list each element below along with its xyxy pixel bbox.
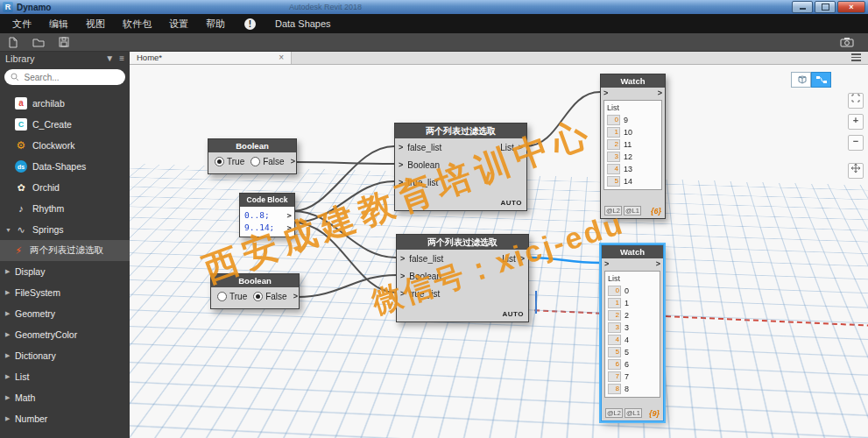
search-input[interactable] [23, 72, 119, 83]
output-port[interactable]: > [519, 144, 523, 152]
zoom-in-button[interactable]: + [848, 114, 864, 130]
collapse-arrow-icon[interactable]: ▶ [5, 331, 15, 338]
library-item-geometrycolor[interactable]: ▶ GeometryColor [0, 324, 130, 345]
geometry-view-button[interactable] [791, 72, 811, 88]
wire[interactable] [293, 181, 394, 223]
minimize-button[interactable] [792, 1, 813, 13]
menu-help[interactable]: 帮助 [197, 18, 234, 31]
tabbar-menu-icon[interactable] [851, 53, 861, 61]
wire[interactable] [293, 223, 396, 293]
input-port[interactable]: > [399, 179, 403, 187]
output-port[interactable]: > [520, 255, 525, 263]
input-port[interactable]: > [399, 161, 403, 169]
filter-node-top[interactable]: 两个列表过滤选取 >false_list >Boolean >true_list… [394, 123, 527, 211]
input-true-list[interactable]: >true_list [395, 173, 526, 191]
library-item-clockwork[interactable]: ⚙ Clockwork [0, 135, 130, 156]
library-item-number[interactable]: ▶ Number [0, 408, 130, 429]
input-boolean[interactable]: >Boolean [395, 156, 526, 173]
library-item-filter-node[interactable]: ⚡ 两个列表过滤选取 [0, 240, 130, 261]
filter-node-bottom[interactable]: 两个列表过滤选取 >false_list >Boolean >true_list… [396, 234, 529, 322]
boolean-node-bottom[interactable]: Boolean True False > [210, 273, 300, 309]
menu-edit[interactable]: 编辑 [40, 18, 77, 31]
lacing-indicator[interactable]: AUTO [502, 310, 524, 318]
boolean-node-top[interactable]: Boolean True False > [208, 138, 297, 174]
open-file-icon[interactable] [32, 37, 45, 47]
collapse-arrow-icon[interactable]: ▶ [5, 394, 15, 401]
node-title[interactable]: Watch [601, 74, 665, 88]
close-button[interactable]: × [837, 1, 865, 13]
menu-settings[interactable]: 设置 [160, 18, 197, 31]
output-port[interactable]: > [293, 293, 298, 300]
node-title[interactable]: Watch [602, 245, 663, 258]
node-title[interactable]: Boolean [208, 139, 296, 152]
watch-node-top[interactable]: Watch > > List 09 110 211 312 413 514 @L… [600, 74, 666, 219]
notifications-icon[interactable]: ! [244, 18, 256, 30]
collapse-arrow-icon[interactable]: ▶ [5, 289, 15, 296]
node-title[interactable]: Boolean [211, 274, 299, 287]
input-port[interactable]: > [400, 255, 405, 263]
library-filter-icon[interactable]: ▼ [105, 54, 114, 63]
wire[interactable] [293, 211, 396, 258]
output-list[interactable]: List> [502, 254, 525, 264]
input-boolean[interactable]: >Boolean [397, 267, 528, 285]
output-port[interactable]: > [658, 89, 662, 97]
radio-false[interactable]: False [253, 292, 286, 301]
collapse-arrow-icon[interactable]: ▶ [5, 352, 15, 359]
library-item-geometry[interactable]: ▶ Geometry [0, 303, 130, 324]
library-item-filesystem[interactable]: ▶ FileSystem [0, 282, 130, 303]
output-port[interactable]: > [291, 158, 295, 166]
collapse-arrow-icon[interactable]: ▶ [5, 415, 15, 422]
collapse-arrow-icon[interactable]: ▶ [5, 310, 15, 317]
graph-canvas[interactable]: Boolean True False > Code Block 0..8;> 9… [130, 65, 868, 438]
library-item-archilab[interactable]: a archilab [0, 93, 130, 114]
library-item-dictionary[interactable]: ▶ Dictionary [0, 345, 130, 366]
maximize-button[interactable] [815, 1, 836, 13]
collapse-arrow-icon[interactable]: ▶ [5, 268, 15, 275]
menu-packages[interactable]: 软件包 [114, 18, 160, 31]
code-block-node[interactable]: Code Block 0..8;> 9..14;> [239, 193, 295, 237]
export-image-camera-icon[interactable] [840, 37, 854, 47]
library-item-springs[interactable]: ▼ ∿ Springs [0, 219, 130, 240]
wire-selected[interactable] [527, 258, 601, 263]
output-list[interactable]: List> [500, 143, 523, 152]
library-item-rhythm[interactable]: ♪ Rhythm [0, 198, 130, 219]
radio-true[interactable]: True [217, 292, 247, 301]
library-item-display[interactable]: ▶ Display [0, 261, 130, 282]
watch-node-bottom[interactable]: Watch > > List 00 11 22 33 44 55 66 77 8… [601, 244, 664, 421]
new-file-icon[interactable] [7, 37, 18, 48]
menu-data-shapes[interactable]: Data Shapes [266, 18, 340, 29]
graph-view-button[interactable] [811, 72, 831, 88]
tab-home[interactable]: Home* × [130, 51, 292, 64]
save-icon[interactable] [59, 37, 69, 47]
node-title[interactable]: 两个列表过滤选取 [395, 124, 526, 138]
output-port[interactable]: > [287, 212, 292, 220]
output-port[interactable]: > [656, 260, 660, 268]
library-menu-icon[interactable]: ≡ [119, 54, 124, 63]
expand-arrow-icon[interactable]: ▼ [5, 227, 15, 233]
zoom-fit-button[interactable] [848, 93, 864, 109]
collapse-arrow-icon[interactable]: ▶ [5, 373, 15, 380]
level-tag[interactable]: @L2 [605, 408, 623, 418]
menu-view[interactable]: 视图 [77, 18, 114, 31]
input-port[interactable]: > [603, 89, 608, 97]
tab-close-icon[interactable]: × [279, 53, 284, 62]
output-port[interactable]: > [287, 224, 292, 232]
level-tag[interactable]: @L1 [624, 206, 641, 215]
wire[interactable] [298, 275, 396, 297]
library-item-data-shapes[interactable]: ds Data-Shapes [0, 156, 130, 177]
input-port[interactable]: > [399, 144, 403, 152]
code-block-editor[interactable]: 0..8;> 9..14;> [240, 207, 294, 237]
wire[interactable] [526, 92, 600, 146]
wire[interactable] [295, 162, 394, 164]
node-title[interactable]: 两个列表过滤选取 [397, 235, 528, 250]
library-search[interactable] [4, 69, 125, 85]
level-tag[interactable]: @L2 [604, 206, 622, 215]
level-tag[interactable]: @L1 [625, 408, 642, 418]
radio-true[interactable]: True [215, 157, 244, 166]
pan-button[interactable] [848, 163, 864, 179]
library-item-list[interactable]: ▶ List [0, 366, 130, 387]
lacing-indicator[interactable]: AUTO [500, 199, 522, 207]
library-item-math[interactable]: ▶ Math [0, 387, 130, 408]
input-port[interactable]: > [400, 272, 405, 280]
library-item-orchid[interactable]: ✿ Orchid [0, 177, 130, 198]
